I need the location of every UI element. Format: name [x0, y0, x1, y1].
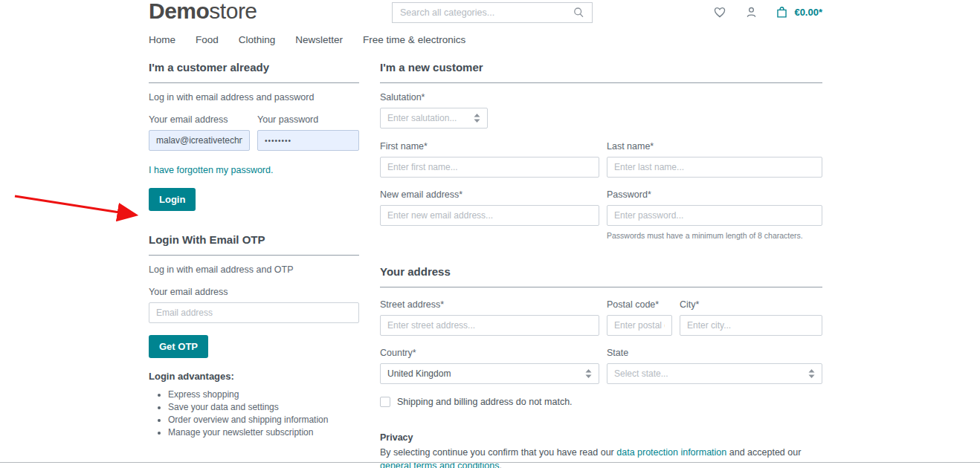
bottom-divider	[0, 462, 980, 463]
new-email-label: New email address*	[380, 189, 599, 200]
privacy-title: Privacy	[380, 432, 822, 443]
street-label: Street address*	[380, 299, 599, 310]
login-advantages: Login advantages: Express shopping Save …	[149, 371, 359, 438]
search-box	[392, 2, 593, 23]
forgot-password-link[interactable]: I have forgotten my password.	[149, 165, 273, 175]
last-name-field: Last name*	[607, 141, 822, 178]
nav-item-newsletter[interactable]: Newsletter	[295, 34, 343, 45]
login-email-input[interactable]	[149, 130, 250, 151]
login-password-label: Your password	[257, 114, 359, 125]
search-icon[interactable]	[573, 7, 584, 19]
header-actions: €0.00*	[712, 4, 822, 19]
name-row: First name* Last name*	[380, 141, 822, 178]
login-title: I'm a customer already	[149, 61, 359, 83]
page: Demostore	[0, 0, 980, 468]
last-name-input[interactable]	[607, 157, 822, 178]
register-password-label: Password*	[607, 189, 822, 200]
city-input[interactable]	[680, 315, 822, 336]
shipping-checkbox-row[interactable]: Shipping and billing address do not matc…	[380, 397, 822, 407]
postal-field: Postal code*	[607, 299, 672, 336]
register-title: I'm a new customer	[380, 61, 822, 83]
main-navigation: Home Food Clothing Newsletter Free time …	[149, 34, 465, 45]
advantage-item: Save your data and settings	[168, 402, 359, 412]
logo-light: store	[209, 0, 257, 23]
login-password-input[interactable]	[257, 130, 359, 151]
annotation-arrow	[9, 187, 146, 223]
shipping-checkbox-label: Shipping and billing address do not matc…	[397, 397, 573, 407]
nav-item-home[interactable]: Home	[149, 34, 175, 45]
new-email-field: New email address*	[380, 189, 599, 240]
advantage-item: Order overview and shipping information	[168, 415, 359, 425]
cart-total: €0.00*	[794, 7, 822, 18]
country-value: United Kingdom	[387, 368, 451, 379]
advantage-item: Express shopping	[168, 389, 359, 400]
nav-item-clothing[interactable]: Clothing	[239, 34, 276, 45]
salutation-placeholder: Enter salutation...	[387, 113, 457, 123]
state-label: State	[607, 348, 822, 358]
country-field: Country* United Kingdom	[380, 348, 599, 384]
email-password-row: New email address* Password* Passwords m…	[380, 189, 822, 240]
street-row: Street address* Postal code* City*	[380, 299, 822, 336]
login-email-field: Your email address	[149, 114, 250, 151]
wishlist-heart-icon[interactable]	[712, 4, 727, 19]
otp-email-field: Your email address	[149, 287, 359, 323]
city-label: City*	[680, 299, 822, 310]
salutation-field: Salutation* Enter salutation...	[380, 92, 488, 129]
state-field: State Select state...	[607, 348, 822, 384]
nav-item-food[interactable]: Food	[196, 34, 219, 45]
privacy-before: By selecting continue you confirm that y…	[380, 447, 616, 458]
first-name-field: First name*	[380, 141, 599, 178]
first-name-label: First name*	[380, 141, 599, 152]
password-hint: Passwords must have a minimum length of …	[607, 231, 822, 240]
shipping-checkbox[interactable]	[380, 397, 390, 407]
street-input[interactable]	[380, 315, 599, 336]
postal-input[interactable]	[607, 315, 672, 336]
account-icon[interactable]	[744, 4, 758, 19]
country-row: Country* United Kingdom State Select sta…	[380, 348, 822, 384]
advantages-list: Express shopping Save your data and sett…	[168, 389, 359, 438]
city-field: City*	[680, 299, 822, 336]
street-field: Street address*	[380, 299, 599, 336]
country-select[interactable]: United Kingdom	[380, 363, 599, 384]
cart-button[interactable]: €0.00*	[775, 5, 822, 19]
logo-bold: Demo	[149, 0, 209, 23]
search-input[interactable]	[400, 7, 573, 18]
otp-title: Login With Email OTP	[149, 233, 359, 256]
country-label: Country*	[380, 348, 599, 358]
login-column: I'm a customer already Log in with email…	[149, 61, 359, 468]
new-email-input[interactable]	[380, 205, 599, 226]
header: Demostore	[0, 0, 980, 30]
store-logo[interactable]: Demostore	[149, 0, 257, 24]
salutation-select[interactable]: Enter salutation...	[380, 108, 488, 129]
select-updown-icon	[585, 369, 592, 378]
state-placeholder: Select state...	[614, 368, 668, 379]
select-updown-icon	[474, 114, 480, 123]
get-otp-button[interactable]: Get OTP	[149, 335, 208, 358]
register-password-input[interactable]	[607, 205, 822, 226]
first-name-input[interactable]	[380, 157, 599, 178]
last-name-label: Last name*	[607, 141, 822, 152]
privacy-middle: and accepted our	[726, 447, 801, 458]
advantages-title: Login advantages:	[149, 371, 359, 382]
advantage-item: Manage your newsletter subscription	[168, 427, 359, 438]
login-fields-row: Your email address Your password	[149, 114, 359, 151]
otp-subtitle: Log in with email address and OTP	[149, 264, 359, 275]
select-updown-icon	[808, 369, 815, 378]
otp-email-label: Your email address	[149, 287, 359, 297]
login-subtitle: Log in with email address and password	[149, 92, 359, 103]
address-title: Your address	[380, 265, 822, 287]
login-password-field: Your password	[257, 114, 359, 151]
otp-email-input[interactable]	[149, 302, 359, 323]
data-protection-link[interactable]: data protection information	[616, 447, 726, 458]
salutation-label: Salutation*	[380, 92, 488, 103]
register-password-field: Password* Passwords must have a minimum …	[607, 189, 822, 240]
state-select[interactable]: Select state...	[607, 363, 822, 384]
cart-bag-icon	[775, 5, 789, 19]
nav-item-freetime[interactable]: Free time & electronics	[363, 34, 465, 45]
login-email-label: Your email address	[149, 114, 250, 125]
register-column: I'm a new customer Salutation* Enter sal…	[380, 61, 822, 468]
privacy-text: By selecting continue you confirm that y…	[380, 446, 822, 468]
postal-label: Postal code*	[607, 299, 672, 310]
login-button[interactable]: Login	[149, 188, 196, 211]
main-content: I'm a customer already Log in with email…	[149, 61, 822, 468]
